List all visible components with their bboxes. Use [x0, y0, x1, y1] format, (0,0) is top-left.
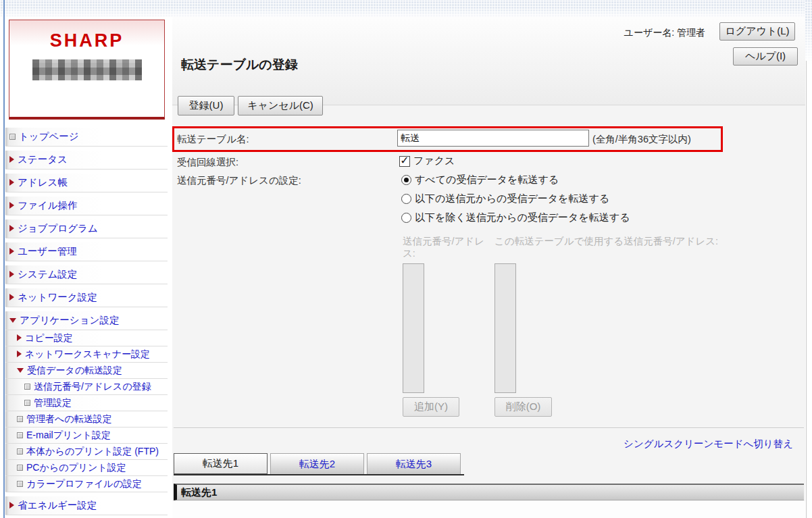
sidebar-item[interactable]: E-mailプリント設定 — [5, 428, 168, 444]
sidebar-item-label: 省エネルギー設定 — [18, 500, 97, 511]
radio-button[interactable] — [401, 213, 411, 223]
sidebar-item-label: ネットワーク設定 — [18, 292, 97, 303]
sidebar-item-label: 本体からのプリント設定 (FTP) — [26, 446, 159, 457]
sender-listbox[interactable] — [403, 263, 424, 393]
sidebar-item[interactable]: ネットワーク設定 — [5, 288, 168, 307]
radio-label: 以下を除く送信元からの受信データを転送する — [415, 211, 630, 224]
sidebar-item[interactable]: コピー設定 — [5, 330, 168, 346]
tab-転送先3[interactable]: 転送先3 — [367, 453, 461, 474]
sender-list-label: 送信元番号/アドレス: — [403, 235, 492, 259]
sidebar-item[interactable]: ユーザー管理 — [5, 242, 168, 261]
sidebar-item[interactable]: 受信データの転送設定 — [5, 363, 168, 379]
sidebar-item-label: アプリケーション設定 — [20, 315, 119, 326]
section-title: 転送先1 — [181, 486, 217, 499]
radio-button[interactable] — [401, 175, 411, 185]
sidebar-nav: トップページステータスアドレス帳ファイル操作ジョブプログラムユーザー管理システム… — [5, 128, 168, 515]
register-button[interactable]: 登録(U) — [178, 96, 234, 115]
sidebar-item[interactable]: 管理設定 — [5, 395, 168, 411]
left-edge-line — [3, 0, 5, 518]
sidebar-item[interactable]: カラープロファイルの設定 — [5, 476, 168, 492]
sidebar-item-label: システム設定 — [18, 269, 77, 280]
sender-setting-option[interactable]: 以下の送信元からの受信データを転送する — [401, 189, 630, 208]
sidebar-item-label: トップページ — [19, 131, 79, 143]
table-name-input[interactable] — [397, 130, 589, 147]
delete-button[interactable]: 削除(O) — [494, 397, 552, 417]
sidebar-item[interactable]: 送信元番号/アドレスの登録 — [5, 379, 168, 395]
section-body — [172, 501, 805, 518]
receive-line-label: 受信回線選択: — [177, 156, 238, 169]
brand-logo-box: SHARP — [9, 20, 165, 120]
right-triangle-icon — [17, 334, 22, 341]
sidebar-item[interactable]: ファイル操作 — [5, 197, 168, 215]
square-icon — [9, 134, 16, 140]
user-name-label: ユーザー名: — [624, 27, 675, 38]
sidebar-item[interactable]: システム設定 — [5, 265, 168, 284]
sender-setting-radio-group: すべての受信データを転送する以下の送信元からの受信データを転送する以下を除く送信… — [401, 170, 630, 227]
tab-転送先1[interactable]: 転送先1 — [174, 453, 268, 474]
sender-setting-option[interactable]: すべての受信データを転送する — [401, 170, 630, 189]
used-listbox[interactable] — [494, 263, 516, 393]
right-triangle-icon — [9, 156, 14, 163]
square-icon — [17, 416, 23, 422]
radio-label: すべての受信データを転送する — [415, 174, 559, 186]
right-triangle-icon — [9, 502, 14, 509]
table-name-note: (全角/半角36文字以内) — [592, 133, 691, 146]
fax-checkbox[interactable] — [399, 156, 410, 167]
sidebar-item[interactable]: ジョブプログラム — [5, 219, 168, 238]
sharp-logo: SHARP — [9, 30, 164, 51]
used-list-label: この転送テーブルで使用する送信元番号/アドレス: — [494, 235, 726, 247]
sidebar-item[interactable]: 本体からのプリント設定 (FTP) — [5, 444, 168, 460]
sidebar-item-label: E-mailプリント設定 — [26, 430, 111, 441]
sidebar: SHARP トップページステータスアドレス帳ファイル操作ジョブプログラムユーザー… — [5, 18, 168, 518]
cancel-button[interactable]: キャンセル(C) — [238, 96, 323, 115]
radio-button[interactable] — [401, 194, 411, 204]
sidebar-item-label: ユーザー管理 — [18, 246, 77, 257]
sidebar-item[interactable]: アプリケーション設定 — [5, 311, 168, 330]
fax-checkbox-label: ファクス — [413, 155, 455, 167]
sidebar-item-label: 送信元番号/アドレスの登録 — [34, 381, 151, 392]
fax-option-row: ファクス — [399, 155, 455, 167]
right-triangle-icon — [9, 294, 14, 301]
sidebar-item-label: 管理者への転送設定 — [26, 413, 112, 425]
top-pattern-strip — [0, 0, 812, 18]
tab-転送先2[interactable]: 転送先2 — [270, 453, 364, 474]
model-name-redacted — [32, 59, 142, 80]
sidebar-item-label: ステータス — [18, 154, 68, 165]
add-button[interactable]: 追加(Y) — [403, 397, 459, 417]
right-triangle-icon — [9, 202, 14, 209]
down-triangle-icon — [9, 318, 16, 323]
sidebar-item[interactable]: アドレス帳 — [5, 174, 168, 192]
square-icon — [24, 400, 30, 406]
divider — [174, 428, 804, 429]
forward-destination-tabs: 転送先1転送先2転送先3 — [174, 453, 461, 474]
sidebar-item-label: ジョブプログラム — [18, 223, 98, 234]
sender-setting-label: 送信元番号/アドレスの設定: — [177, 174, 301, 187]
sidebar-item[interactable]: 管理者への転送設定 — [5, 411, 168, 428]
right-pattern-strip — [805, 0, 812, 65]
single-screen-mode-link[interactable]: シングルスクリーンモードへ切り替え — [624, 438, 793, 450]
user-name-line: ユーザー名: 管理者 — [624, 27, 705, 39]
right-triangle-icon — [17, 351, 22, 357]
square-icon — [17, 465, 23, 471]
radio-label: 以下の送信元からの受信データを転送する — [415, 192, 609, 205]
right-triangle-icon — [9, 271, 14, 278]
sidebar-item[interactable]: PCからのプリント設定 — [5, 460, 168, 476]
sidebar-item-label: アドレス帳 — [18, 177, 68, 188]
sidebar-item[interactable]: トップページ — [5, 128, 168, 147]
sidebar-item-label: PCからのプリント設定 — [26, 462, 126, 473]
user-name-value: 管理者 — [677, 27, 705, 38]
sidebar-item-label: ネットワークスキャナー設定 — [25, 348, 150, 360]
sidebar-item[interactable]: ネットワークスキャナー設定 — [5, 346, 168, 363]
main-panel: ユーザー名: 管理者 ログアウト(L) ヘルプ(I) 転送テーブルの登録 登録(… — [172, 17, 805, 518]
right-triangle-icon — [9, 179, 14, 186]
logout-button[interactable]: ログアウト(L) — [719, 22, 795, 41]
sidebar-item[interactable]: 省エネルギー設定 — [5, 496, 168, 515]
sender-setting-option[interactable]: 以下を除く送信元からの受信データを転送する — [401, 208, 630, 227]
square-icon — [24, 384, 30, 390]
sidebar-item[interactable]: ステータス — [5, 151, 168, 170]
sidebar-item-label: カラープロファイルの設定 — [26, 478, 142, 490]
help-button[interactable]: ヘルプ(I) — [733, 47, 798, 66]
right-edge-line — [806, 61, 807, 518]
page-title: 転送テーブルの登録 — [181, 56, 298, 74]
table-name-label: 転送テーブル名: — [177, 133, 249, 146]
